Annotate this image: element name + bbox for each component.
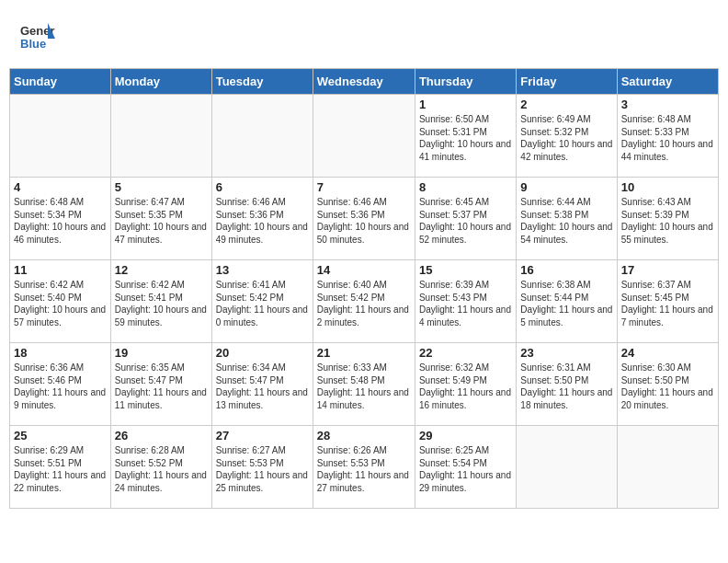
- calendar-cell: 6Sunrise: 6:46 AM Sunset: 5:36 PM Daylig…: [211, 178, 313, 260]
- day-info: Sunrise: 6:28 AM Sunset: 5:52 PM Dayligh…: [115, 444, 208, 494]
- day-number: 4: [14, 180, 107, 194]
- calendar-cell: 17Sunrise: 6:37 AM Sunset: 5:45 PM Dayli…: [617, 260, 718, 343]
- calendar-header-row: SundayMondayTuesdayWednesdayThursdayFrid…: [10, 69, 719, 95]
- calendar-cell: 13Sunrise: 6:41 AM Sunset: 5:42 PM Dayli…: [211, 260, 313, 343]
- col-header-sunday: Sunday: [10, 69, 111, 95]
- day-number: 28: [317, 429, 411, 442]
- header: General Blue: [9, 9, 719, 64]
- day-info: Sunrise: 6:36 AM Sunset: 5:46 PM Dayligh…: [14, 362, 107, 411]
- day-info: Sunrise: 6:45 AM Sunset: 5:37 PM Dayligh…: [419, 196, 512, 246]
- calendar-cell: [211, 95, 313, 178]
- calendar-cell: 27Sunrise: 6:27 AM Sunset: 5:53 PM Dayli…: [211, 426, 313, 509]
- calendar-cell: 28Sunrise: 6:26 AM Sunset: 5:53 PM Dayli…: [313, 426, 415, 509]
- logo-icon: General Blue: [18, 18, 55, 55]
- svg-text:Blue: Blue: [20, 37, 46, 51]
- day-number: 9: [520, 180, 612, 194]
- day-info: Sunrise: 6:39 AM Sunset: 5:43 PM Dayligh…: [419, 279, 512, 328]
- week-row-2: 4Sunrise: 6:48 AM Sunset: 5:34 PM Daylig…: [10, 178, 719, 260]
- day-number: 23: [520, 346, 612, 360]
- day-number: 26: [115, 429, 208, 442]
- col-header-saturday: Saturday: [617, 69, 718, 95]
- calendar-cell: 29Sunrise: 6:25 AM Sunset: 5:54 PM Dayli…: [415, 426, 516, 509]
- calendar-cell: 8Sunrise: 6:45 AM Sunset: 5:37 PM Daylig…: [415, 178, 516, 260]
- day-number: 2: [520, 98, 612, 111]
- calendar-cell: 24Sunrise: 6:30 AM Sunset: 5:50 PM Dayli…: [617, 343, 718, 426]
- day-info: Sunrise: 6:47 AM Sunset: 5:35 PM Dayligh…: [115, 196, 208, 246]
- calendar-cell: 12Sunrise: 6:42 AM Sunset: 5:41 PM Dayli…: [110, 260, 211, 343]
- day-info: Sunrise: 6:38 AM Sunset: 5:44 PM Dayligh…: [520, 279, 612, 328]
- day-number: 27: [216, 429, 309, 442]
- day-info: Sunrise: 6:42 AM Sunset: 5:41 PM Dayligh…: [115, 279, 208, 328]
- day-info: Sunrise: 6:46 AM Sunset: 5:36 PM Dayligh…: [216, 196, 309, 246]
- col-header-monday: Monday: [110, 69, 211, 95]
- week-row-3: 11Sunrise: 6:42 AM Sunset: 5:40 PM Dayli…: [10, 260, 719, 343]
- day-info: Sunrise: 6:25 AM Sunset: 5:54 PM Dayligh…: [419, 444, 512, 494]
- col-header-thursday: Thursday: [415, 69, 516, 95]
- calendar-cell: 21Sunrise: 6:33 AM Sunset: 5:48 PM Dayli…: [313, 343, 415, 426]
- day-number: 5: [115, 180, 208, 194]
- day-info: Sunrise: 6:26 AM Sunset: 5:53 PM Dayligh…: [317, 444, 411, 494]
- day-number: 22: [419, 346, 512, 360]
- day-info: Sunrise: 6:35 AM Sunset: 5:47 PM Dayligh…: [115, 362, 208, 411]
- day-number: 6: [216, 180, 309, 194]
- day-number: 25: [14, 429, 107, 442]
- day-number: 13: [216, 263, 309, 277]
- day-number: 15: [419, 263, 512, 277]
- calendar-cell: 23Sunrise: 6:31 AM Sunset: 5:50 PM Dayli…: [517, 343, 617, 426]
- calendar-cell: 14Sunrise: 6:40 AM Sunset: 5:42 PM Dayli…: [313, 260, 415, 343]
- day-info: Sunrise: 6:42 AM Sunset: 5:40 PM Dayligh…: [14, 279, 107, 328]
- calendar-cell: [517, 426, 617, 509]
- calendar-cell: 22Sunrise: 6:32 AM Sunset: 5:49 PM Dayli…: [415, 343, 516, 426]
- day-number: 8: [419, 180, 512, 194]
- calendar-cell: 11Sunrise: 6:42 AM Sunset: 5:40 PM Dayli…: [10, 260, 111, 343]
- day-info: Sunrise: 6:44 AM Sunset: 5:38 PM Dayligh…: [520, 196, 612, 246]
- day-info: Sunrise: 6:48 AM Sunset: 5:34 PM Dayligh…: [14, 196, 107, 246]
- week-row-1: 1Sunrise: 6:50 AM Sunset: 5:31 PM Daylig…: [10, 95, 719, 178]
- day-info: Sunrise: 6:30 AM Sunset: 5:50 PM Dayligh…: [621, 362, 714, 411]
- day-number: 20: [216, 346, 309, 360]
- calendar-cell: [10, 95, 111, 178]
- day-info: Sunrise: 6:32 AM Sunset: 5:49 PM Dayligh…: [419, 362, 512, 411]
- calendar-cell: 2Sunrise: 6:49 AM Sunset: 5:32 PM Daylig…: [517, 95, 617, 178]
- calendar-cell: 19Sunrise: 6:35 AM Sunset: 5:47 PM Dayli…: [110, 343, 211, 426]
- calendar-cell: 3Sunrise: 6:48 AM Sunset: 5:33 PM Daylig…: [617, 95, 718, 178]
- day-number: 19: [115, 346, 208, 360]
- day-info: Sunrise: 6:33 AM Sunset: 5:48 PM Dayligh…: [317, 362, 411, 411]
- calendar-cell: 5Sunrise: 6:47 AM Sunset: 5:35 PM Daylig…: [110, 178, 211, 260]
- calendar-cell: 18Sunrise: 6:36 AM Sunset: 5:46 PM Dayli…: [10, 343, 111, 426]
- calendar-cell: 7Sunrise: 6:46 AM Sunset: 5:36 PM Daylig…: [313, 178, 415, 260]
- calendar-cell: 4Sunrise: 6:48 AM Sunset: 5:34 PM Daylig…: [10, 178, 111, 260]
- day-number: 12: [115, 263, 208, 277]
- calendar-cell: 16Sunrise: 6:38 AM Sunset: 5:44 PM Dayli…: [517, 260, 617, 343]
- day-number: 17: [621, 263, 714, 277]
- day-info: Sunrise: 6:49 AM Sunset: 5:32 PM Dayligh…: [520, 113, 612, 163]
- day-info: Sunrise: 6:40 AM Sunset: 5:42 PM Dayligh…: [317, 279, 411, 328]
- day-number: 3: [621, 98, 714, 111]
- day-info: Sunrise: 6:48 AM Sunset: 5:33 PM Dayligh…: [621, 113, 714, 163]
- day-info: Sunrise: 6:50 AM Sunset: 5:31 PM Dayligh…: [419, 113, 512, 163]
- day-number: 11: [14, 263, 107, 277]
- day-info: Sunrise: 6:37 AM Sunset: 5:45 PM Dayligh…: [621, 279, 714, 328]
- logo: General Blue: [18, 18, 59, 59]
- day-number: 18: [14, 346, 107, 360]
- calendar-cell: 10Sunrise: 6:43 AM Sunset: 5:39 PM Dayli…: [617, 178, 718, 260]
- day-number: 7: [317, 180, 411, 194]
- day-info: Sunrise: 6:27 AM Sunset: 5:53 PM Dayligh…: [216, 444, 309, 494]
- day-number: 10: [621, 180, 714, 194]
- day-number: 16: [520, 263, 612, 277]
- col-header-tuesday: Tuesday: [211, 69, 313, 95]
- week-row-4: 18Sunrise: 6:36 AM Sunset: 5:46 PM Dayli…: [10, 343, 719, 426]
- col-header-wednesday: Wednesday: [313, 69, 415, 95]
- day-info: Sunrise: 6:34 AM Sunset: 5:47 PM Dayligh…: [216, 362, 309, 411]
- day-number: 1: [419, 98, 512, 111]
- calendar-cell: [313, 95, 415, 178]
- calendar-cell: [617, 426, 718, 509]
- calendar-cell: 20Sunrise: 6:34 AM Sunset: 5:47 PM Dayli…: [211, 343, 313, 426]
- day-info: Sunrise: 6:43 AM Sunset: 5:39 PM Dayligh…: [621, 196, 714, 246]
- day-number: 29: [419, 429, 512, 442]
- calendar-table: SundayMondayTuesdayWednesdayThursdayFrid…: [9, 68, 719, 509]
- calendar-cell: 1Sunrise: 6:50 AM Sunset: 5:31 PM Daylig…: [415, 95, 516, 178]
- day-number: 21: [317, 346, 411, 360]
- calendar-cell: 26Sunrise: 6:28 AM Sunset: 5:52 PM Dayli…: [110, 426, 211, 509]
- day-info: Sunrise: 6:46 AM Sunset: 5:36 PM Dayligh…: [317, 196, 411, 246]
